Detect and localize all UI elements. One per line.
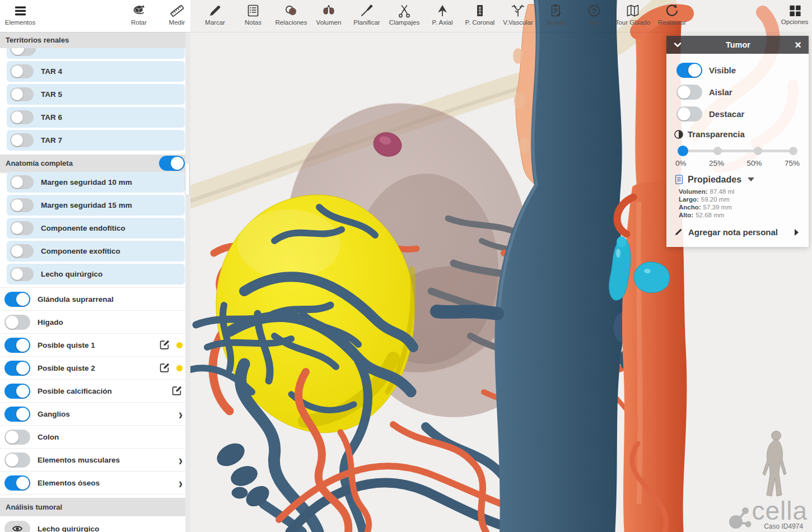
tool-label: P. Coronal: [465, 19, 495, 26]
slider-stop-0[interactable]: [678, 146, 688, 156]
toggle[interactable]: [4, 475, 30, 491]
toggle[interactable]: [10, 87, 34, 101]
notes-button[interactable]: Notas: [234, 3, 273, 26]
sidebar-item-ganglios[interactable]: Ganglios ›: [0, 403, 190, 426]
slider-labels: 0% 25% 50% 75%: [675, 159, 800, 167]
collapse-panel-button[interactable]: [666, 39, 689, 50]
dropdown-caret-icon[interactable]: [748, 178, 754, 181]
visibility-pill[interactable]: [4, 521, 30, 532]
relations-button[interactable]: Relaciones: [272, 3, 311, 26]
add-note-button[interactable]: Agregar nota personal: [674, 227, 801, 237]
sidebar-item-tar7[interactable]: TAR 7: [7, 130, 185, 151]
tumor-panel: Tumor × Visible Aislar Destacar Transpar…: [666, 36, 809, 247]
toggle[interactable]: [4, 452, 30, 468]
close-panel-button[interactable]: ×: [787, 39, 809, 50]
clamps-button[interactable]: Clampajes: [385, 3, 424, 26]
slider-label[interactable]: 75%: [785, 159, 800, 167]
isolate-toggle-row[interactable]: Aislar: [676, 85, 801, 100]
toggle[interactable]: [10, 244, 34, 258]
elements-button[interactable]: Elementos: [2, 3, 38, 26]
plan-button[interactable]: Planificar: [347, 3, 386, 26]
tool-label: Tour Guiado: [615, 19, 651, 26]
toggle[interactable]: [10, 267, 34, 281]
sidebar-item-exofitico[interactable]: Componente exofítico: [7, 241, 185, 262]
sidebar-item-tar4[interactable]: TAR 4: [7, 61, 185, 82]
slider-label[interactable]: 50%: [746, 159, 762, 167]
toggle[interactable]: [676, 63, 702, 78]
toggle[interactable]: [4, 361, 30, 376]
toggle[interactable]: [10, 48, 36, 56]
tool-label: Marcar: [205, 19, 225, 26]
slider-stop-75[interactable]: [789, 147, 797, 155]
axial-plane-button[interactable]: P. Axial: [423, 3, 462, 26]
guided-tour-button[interactable]: Tour Guiado: [613, 3, 652, 26]
toggle[interactable]: [10, 198, 34, 212]
mark-button[interactable]: Marcar: [195, 3, 235, 26]
transparency-slider[interactable]: [678, 146, 797, 156]
chevron-down-icon: [672, 39, 683, 50]
highlight-toggle-row[interactable]: Destacar: [676, 106, 801, 122]
toggle[interactable]: [10, 133, 34, 147]
sidebar-item-higado[interactable]: Hígado: [0, 311, 190, 334]
sidebar-item-glandula[interactable]: Glándula suprarrenal: [0, 287, 190, 311]
scores-button[interactable]: Scores: [536, 3, 576, 26]
sidebar-item-tar5[interactable]: TAR 5: [7, 84, 185, 105]
properties-header[interactable]: Propiedades: [674, 174, 801, 185]
sidebar-item-quiste2[interactable]: Posible quiste 2: [0, 357, 190, 380]
sidebar-item-colon[interactable]: Colon: [0, 426, 190, 449]
toggle[interactable]: [4, 315, 30, 330]
sidebar-scrollbar[interactable]: [185, 32, 190, 532]
toggle[interactable]: [4, 430, 30, 445]
toggle[interactable]: [4, 384, 30, 399]
list-item-partial[interactable]: [7, 48, 185, 59]
sidebar-item-oseos[interactable]: Elementos óseos ›: [0, 472, 190, 494]
item-label: Colon: [38, 433, 59, 441]
sidebar-item-tar6[interactable]: TAR 6: [7, 107, 185, 128]
menu-icon: [12, 3, 28, 18]
slider-label[interactable]: 0%: [675, 159, 687, 167]
slider-track[interactable]: [679, 150, 796, 152]
chevron-right-icon[interactable]: ›: [179, 407, 183, 421]
sidebar-item-endofitico[interactable]: Componente endofítico: [7, 218, 185, 239]
toggle[interactable]: [676, 85, 702, 100]
slider-stop-50[interactable]: [754, 147, 762, 155]
guided-tour-map-icon: [625, 3, 641, 18]
toggle[interactable]: [10, 110, 34, 124]
sidebar-item-quiste1[interactable]: Posible quiste 1: [0, 334, 190, 357]
edit-icon[interactable]: [158, 362, 170, 374]
sidebar-item-margen10[interactable]: Margen seguridad 10 mm: [7, 172, 185, 193]
item-label: Posible calcificación: [38, 387, 112, 395]
edit-icon[interactable]: [158, 339, 170, 351]
info-button[interactable]: ? Info: [575, 3, 614, 26]
sidebar-item-calcificacion[interactable]: Posible calcificación: [0, 380, 190, 403]
scrollbar-thumb[interactable]: [185, 162, 190, 196]
restore-button[interactable]: Restaurar: [652, 3, 692, 26]
toggle[interactable]: [676, 106, 702, 122]
sidebar-item-musculares[interactable]: Elementos musculares ›: [0, 449, 190, 472]
rotate-button[interactable]: Rotar: [119, 3, 158, 26]
section-header-analisis: Análisis tumoral: [0, 498, 190, 516]
edit-icon[interactable]: [170, 385, 183, 397]
coronal-plane-button[interactable]: P. Coronal: [460, 3, 500, 26]
vascular-view-button[interactable]: V.Vascular: [498, 3, 538, 26]
toggle[interactable]: [10, 175, 34, 189]
toggle[interactable]: [4, 338, 30, 353]
toggle[interactable]: [4, 292, 30, 307]
toggle[interactable]: [10, 64, 34, 78]
toggle[interactable]: [159, 156, 185, 171]
sidebar-item-lecho-analisis[interactable]: Lecho quirúrgico: [0, 516, 190, 532]
section-header-anatomia[interactable]: Anatomía completa: [0, 155, 190, 172]
toggle[interactable]: [4, 407, 30, 422]
measure-button[interactable]: Medir: [157, 3, 197, 26]
slider-stop-25[interactable]: [713, 147, 722, 155]
sidebar-item-lecho-quirurgico[interactable]: Lecho quirúrgico: [7, 264, 185, 284]
item-label: TAR 4: [41, 67, 62, 76]
chevron-right-icon[interactable]: ›: [179, 452, 183, 466]
slider-label[interactable]: 25%: [709, 159, 724, 167]
chevron-right-icon[interactable]: ›: [179, 475, 183, 489]
options-button[interactable]: Opciones: [775, 3, 812, 25]
sidebar-item-margen15[interactable]: Margen seguridad 15 mm: [7, 195, 185, 216]
visible-toggle-row[interactable]: Visible: [676, 63, 801, 78]
volume-button[interactable]: Volumen: [309, 3, 348, 26]
toggle[interactable]: [10, 221, 34, 235]
